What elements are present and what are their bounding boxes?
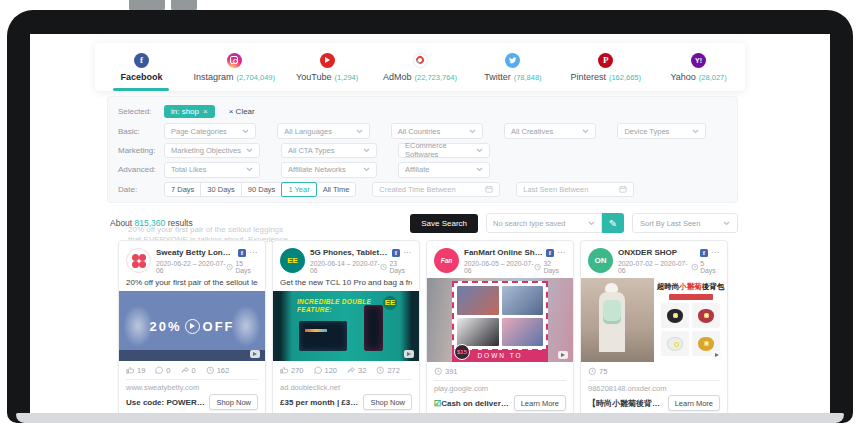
ad-stats: 391 — [434, 367, 566, 376]
dropdown-device-types[interactable]: Device Types — [617, 123, 706, 139]
play-icon[interactable] — [185, 319, 200, 334]
dropdown-page-categories[interactable]: Page Categories — [164, 123, 256, 139]
tab-twitter[interactable]: Twitter(78,848) — [466, 43, 559, 91]
dropdown-affiliate-networks[interactable]: Affiliate Networks — [281, 162, 377, 178]
date-1-year[interactable]: 1 Year — [281, 182, 316, 198]
ad-duration: 15 Days — [235, 260, 258, 274]
saved-search-dropdown[interactable]: No search type saved — [486, 213, 602, 233]
chevron-down-icon — [476, 167, 483, 172]
dropdown-languages[interactable]: All Languages — [277, 123, 369, 139]
chevron-down-icon — [246, 167, 253, 172]
ad-text: Get the new TCL 10 Pro and bag a free TC… — [280, 278, 412, 287]
filter-row-selected: Selected: in: shop × × Clear — [118, 102, 727, 121]
ad-stats: 75 — [588, 367, 720, 376]
tab-pinterest[interactable]: P Pinterest(162,665) — [559, 43, 652, 91]
ad-stats: 19 0 0 162 — [126, 366, 258, 375]
learn-more-button[interactable]: Learn More — [514, 395, 566, 411]
ad-headline: Use code: POWER20 — [126, 398, 205, 407]
sort-dropdown[interactable]: Sort By Last Seen — [632, 213, 738, 233]
chevron-down-icon — [242, 129, 249, 134]
ad-card-sweaty-betty[interactable]: Sweaty Betty London | Wom... f ⋯ 2020-06… — [118, 240, 266, 423]
dropdown-total-likes[interactable]: Total Likes — [164, 162, 260, 178]
tab-yahoo[interactable]: Y! Yahoo(28,027) — [652, 43, 745, 91]
chevron-down-icon — [356, 129, 363, 134]
more-menu-icon[interactable]: ⋯ — [249, 248, 258, 257]
ad-duration: 5 Days — [700, 260, 720, 274]
advertiser-avatar: EE — [280, 248, 305, 273]
ad-domain[interactable]: www.sweatybetty.com — [126, 383, 258, 392]
ad-creative-image[interactable]: INCREDIBLE DOUBLEFEATURE: EE — [273, 291, 419, 361]
ad-creative-image[interactable]: 20%OFF — [119, 291, 265, 361]
advertiser-name[interactable]: FanMart Online Shopping - F... — [464, 248, 543, 257]
ad-creative-image[interactable]: DOWN TO $15 — [427, 278, 573, 362]
ad-domain[interactable]: ad.doubleclick.net — [280, 383, 412, 392]
facebook-icon: f — [134, 53, 149, 68]
share-icon — [181, 366, 190, 375]
heat-clock-icon — [206, 366, 215, 375]
phone-graphic — [364, 305, 383, 351]
results-count: 815,360 — [135, 218, 166, 228]
date-all-time[interactable]: All Time — [316, 182, 357, 198]
last-seen-between-input[interactable]: Last Seen Between — [516, 182, 634, 198]
advertiser-avatar: Fan — [434, 248, 459, 273]
twitter-icon — [505, 53, 520, 68]
tab-instagram[interactable]: Instagram(2,704,049) — [188, 43, 281, 91]
ad-text: 20% off your first pair of the sellout l… — [126, 278, 258, 287]
more-menu-icon[interactable]: ⋯ — [557, 248, 566, 257]
tab-facebook[interactable]: f Facebook — [95, 43, 188, 91]
learn-more-button[interactable]: Learn More — [668, 395, 720, 411]
share-icon — [347, 366, 356, 375]
created-time-between-input[interactable]: Created Time Between — [372, 182, 500, 198]
selected-filter-chip[interactable]: in: shop × — [164, 105, 215, 118]
instagram-icon — [227, 53, 242, 68]
advertiser-name[interactable]: ONXDER SHOP — [618, 248, 697, 257]
advertiser-name[interactable]: 5G Phones, Tablets & SIMs | ... — [310, 248, 389, 257]
shop-now-button[interactable]: Shop Now — [209, 394, 258, 410]
dropdown-cta-types[interactable]: All CTA Types — [281, 143, 377, 159]
facebook-badge-icon: f — [700, 249, 708, 257]
advertiser-name[interactable]: Sweaty Betty London | Wom... — [156, 248, 235, 257]
ad-domain[interactable]: 986208148.onxder.com — [588, 384, 720, 393]
more-menu-icon[interactable]: ⋯ — [403, 248, 412, 257]
filter-row-date: Date: 7 Days 30 Days 90 Days 1 Year All … — [118, 180, 727, 199]
save-search-button[interactable]: Save Search — [410, 214, 478, 233]
dropdown-creatives[interactable]: All Creatives — [504, 123, 596, 139]
network-tabbar: f Facebook Instagram(2,704,049) YouTube(… — [95, 43, 745, 91]
ad-card-ee[interactable]: EE 5G Phones, Tablets & SIMs | ... f ⋯ 2… — [272, 240, 420, 423]
chevron-down-icon — [692, 129, 699, 134]
clock-icon — [380, 263, 387, 271]
chevron-down-icon — [363, 148, 370, 153]
dropdown-marketing-objectives[interactable]: Marketing Objectives — [164, 143, 260, 159]
image-badge-icon — [558, 351, 568, 359]
ad-headline: £35 per month | £30 upfront | ... — [280, 398, 359, 407]
date-range-segmented: 7 Days 30 Days 90 Days 1 Year All Time — [164, 182, 356, 198]
product-panel: 超時尚小雛菊後背包 — [654, 278, 727, 362]
more-menu-icon[interactable]: ⋯ — [711, 248, 720, 257]
tab-count: (162,665) — [609, 73, 641, 82]
ad-card-onxder[interactable]: ON ONXDER SHOP f ⋯ 2020-07-02 – 2020-07-… — [580, 240, 728, 423]
ad-domain[interactable]: play.google.com — [434, 384, 566, 393]
bag-thumbnail — [692, 303, 720, 328]
date-90-days[interactable]: 90 Days — [241, 182, 283, 198]
facebook-badge-icon: f — [546, 249, 554, 257]
advertiser-avatar: ON — [588, 248, 613, 273]
yahoo-icon: Y! — [691, 53, 706, 68]
ad-date-range: 2020-07-02 – 2020-07-06 — [618, 260, 691, 274]
remove-chip-icon[interactable]: × — [203, 107, 208, 116]
edit-saved-search-button[interactable]: ✎ — [602, 213, 624, 233]
dropdown-affiliate[interactable]: Affiliate — [398, 162, 490, 178]
ad-card-fanmart[interactable]: Fan FanMart Online Shopping - F... f ⋯ 2… — [426, 240, 574, 423]
clear-filters-link[interactable]: × Clear — [229, 107, 255, 116]
tab-count: (2,704,049) — [237, 73, 275, 82]
tab-youtube[interactable]: YouTube(1,294) — [281, 43, 374, 91]
dropdown-countries[interactable]: All Countries — [391, 123, 483, 139]
results-toolbar: About 815,360 results Save Search No sea… — [110, 212, 738, 234]
date-7-days[interactable]: 7 Days — [164, 182, 201, 198]
ad-creative-image[interactable]: 超時尚小雛菊後背包 — [581, 278, 727, 362]
dropdown-ecommerce-softwares[interactable]: ECommerce Softwares — [398, 143, 490, 159]
shop-now-button[interactable]: Shop Now — [363, 394, 412, 410]
date-30-days[interactable]: 30 Days — [200, 182, 242, 198]
tab-admob[interactable]: AdMob(22,723,764) — [374, 43, 467, 91]
chevron-down-icon — [246, 148, 253, 153]
saved-search-group: No search type saved ✎ — [486, 213, 624, 233]
